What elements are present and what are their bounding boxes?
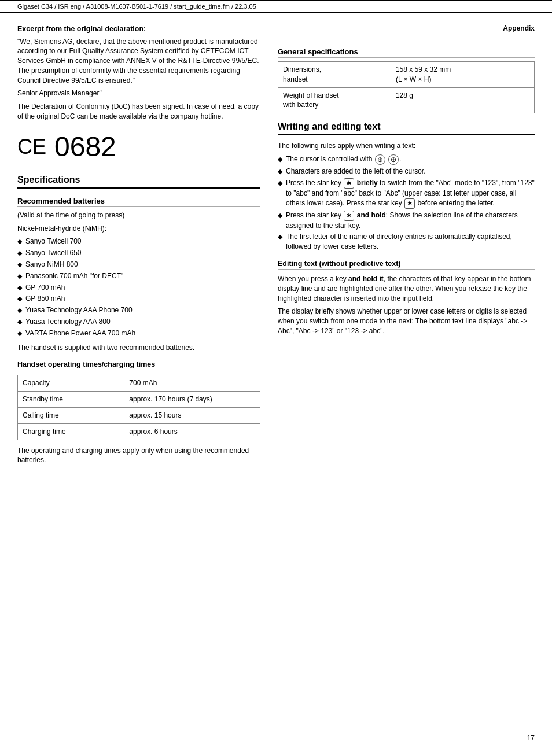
approvals-text: Senior Approvals Manager" <box>17 88 260 98</box>
table-cell-label: Capacity <box>18 375 124 392</box>
doc-text: The Declaration of Conformity (DoC) has … <box>17 102 260 121</box>
battery-list: ◆ Sanyo Twicell 700 ◆ Sanyo Twicell 650 … <box>17 237 260 338</box>
bullet-icon: ◆ <box>278 233 286 241</box>
bullet-icon: ◆ <box>278 167 286 176</box>
bullet-icon: ◆ <box>17 260 25 269</box>
star-key-icon: ✱ <box>404 198 415 209</box>
list-item: ◆ The cursor is controlled with . <box>278 154 535 165</box>
nav-key-icon-1 <box>375 154 385 165</box>
bullet-icon: ◆ <box>17 294 25 303</box>
header-text: Gigaset C34 / ISR eng / A31008-M1607-B50… <box>17 3 256 10</box>
nav-key-icon-2 <box>388 154 399 165</box>
page-number: 17 <box>527 734 535 742</box>
list-item: ◆ The first letter of the name of direct… <box>278 232 535 252</box>
batteries-supplied: The handset is supplied with two recomme… <box>17 343 260 353</box>
table-cell-value: 700 mAh <box>124 375 260 392</box>
table-row: Capacity 700 mAh <box>18 375 260 392</box>
batteries-nimh: Nickel-metal-hydride (NiMH): <box>17 224 260 234</box>
left-column: Excerpt from the original declaration: "… <box>17 24 260 469</box>
bullet-icon: ◆ <box>17 237 25 246</box>
list-item: ◆ GP 700 mAh <box>17 283 260 293</box>
bullet-icon: ◆ <box>17 283 25 292</box>
bullet-icon: ◆ <box>278 211 286 220</box>
bullet-icon: ◆ <box>278 179 286 187</box>
table-cell-label: Dimensions,handset <box>278 62 391 88</box>
header-bar: Gigaset C34 / ISR eng / A31008-M1607-B50… <box>0 0 552 13</box>
bullet-icon: ◆ <box>17 272 25 281</box>
editing-title: Editing text (without predictive text) <box>278 260 535 270</box>
excerpt-title: Excerpt from the original declaration: <box>17 24 260 35</box>
list-item: ◆ Panasonic 700 mAh "for DECT" <box>17 271 260 281</box>
table-row: Calling time approx. 15 hours <box>18 408 260 424</box>
editing-para1: When you press a key and hold it, the ch… <box>278 274 535 303</box>
list-item: ◆ Characters are added to the left of th… <box>278 167 535 176</box>
list-item: ◆ Sanyo Twicell 700 <box>17 237 260 246</box>
list-item: ◆ Sanyo NiMH 800 <box>17 260 260 270</box>
table-row: Weight of handsetwith battery 128 g <box>278 87 535 113</box>
table-cell-value: approx. 15 hours <box>124 408 260 424</box>
corner-mark-bl: — <box>10 733 16 740</box>
list-item: ◆ VARTA Phone Power AAA 700 mAh <box>17 329 260 338</box>
charging-table: Capacity 700 mAh Standby time approx. 17… <box>17 375 260 440</box>
list-item: ◆ Yuasa Technology AAA Phone 700 <box>17 305 260 315</box>
batteries-note: (Valid at the time of going to press) <box>17 211 260 220</box>
list-item: ◆ Yuasa Technology AAA 800 <box>17 317 260 327</box>
batteries-title: Recommended batteries <box>17 197 260 207</box>
table-row: Dimensions,handset 158 x 59 x 32 mm(L × … <box>278 62 535 88</box>
corner-mark-tl: — <box>10 16 16 23</box>
specifications-title: Specifications <box>17 175 260 189</box>
bullet-icon: ◆ <box>17 318 25 326</box>
writing-bullets: ◆ The cursor is controlled with . ◆ Char… <box>278 154 535 252</box>
general-title: General specifications <box>278 47 535 58</box>
star-key-icon: ✱ <box>344 211 354 221</box>
cert-number: 0682 <box>54 133 116 161</box>
table-row: Standby time approx. 170 hours (7 days) <box>18 392 260 408</box>
table-cell-label: Calling time <box>18 408 124 424</box>
corner-mark-br: — <box>536 733 542 740</box>
writing-intro: The following rules apply when writing a… <box>278 141 535 151</box>
bullet-icon: ◆ <box>278 155 286 164</box>
list-item: ◆ GP 850 mAh <box>17 294 260 304</box>
bullet-icon: ◆ <box>17 249 25 257</box>
list-item: ◆ Sanyo Twicell 650 <box>17 248 260 258</box>
table-cell-label: Charging time <box>18 423 124 440</box>
table-cell-value: 128 g <box>391 87 534 113</box>
general-table: Dimensions,handset 158 x 59 x 32 mm(L × … <box>278 61 535 113</box>
table-cell-label: Standby time <box>18 392 124 408</box>
table-cell-value: approx. 6 hours <box>124 423 260 440</box>
table-row: Charging time approx. 6 hours <box>18 423 260 440</box>
writing-title: Writing and editing text <box>278 121 535 135</box>
star-key-icon: ✱ <box>344 178 354 189</box>
list-item: ◆ Press the star key ✱ briefly to switch… <box>278 178 535 209</box>
table-cell-value: 158 x 59 x 32 mm(L × W × H) <box>391 62 534 88</box>
editing-para2: The display briefly shows whether upper … <box>278 307 535 335</box>
ce-symbol: CE <box>17 137 46 157</box>
right-column: Appendix General specifications Dimensio… <box>278 24 535 469</box>
bullet-icon: ◆ <box>17 306 25 315</box>
appendix-label: Appendix <box>503 24 535 32</box>
corner-mark-tr: — <box>536 16 542 23</box>
list-item: ◆ Press the star key ✱ and hold: Shows t… <box>278 211 535 231</box>
table-cell-label: Weight of handsetwith battery <box>278 87 391 113</box>
charging-note: The operating and charging times apply o… <box>17 446 260 466</box>
charging-title: Handset operating times/charging times <box>17 360 260 370</box>
ce-certification-block: CE 0682 <box>17 133 260 161</box>
table-cell-value: approx. 170 hours (7 days) <box>124 392 260 408</box>
bullet-icon: ◆ <box>17 329 25 338</box>
excerpt-body: "We, Siemens AG, declare, that the above… <box>17 37 260 86</box>
